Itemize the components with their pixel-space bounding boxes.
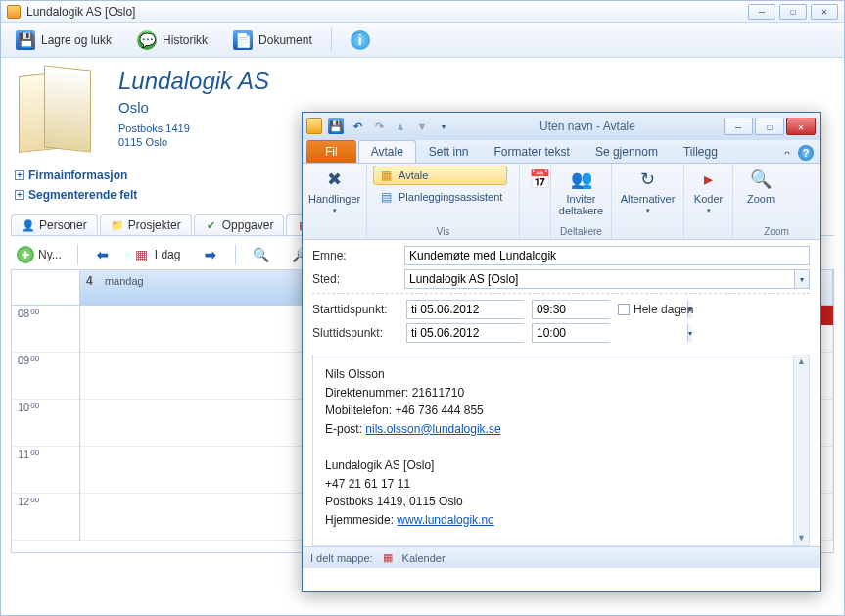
location-label: Sted: [312,272,399,286]
qat-next-item-button[interactable]: ▼ [414,118,430,134]
dialog-title: Uten navn - Avtale [451,119,724,133]
time-picker-button[interactable]: ▾ [687,324,692,342]
qat-redo-button[interactable]: ↷ [371,118,387,134]
start-label: Starttidspunkt: [312,303,399,316]
hour-label: 1200 [12,494,79,541]
separator [235,244,236,265]
handlinger-button[interactable]: ✖ Handlinger ▾ [308,166,360,214]
company-address: Postboks 1419 0115 Oslo [118,121,269,150]
maximize-button[interactable]: ☐ [779,4,807,20]
section-segmenterende-label: Segmenterende felt [28,188,137,202]
day-name: mandag [105,275,144,287]
save-and-close-button[interactable]: 💾 Lagre og lukk [9,26,118,54]
history-button[interactable]: 💬 Historikk [130,26,214,54]
subject-input[interactable] [404,246,810,265]
planning-assistant-button[interactable]: ▤ Planleggingsassistent [373,187,507,207]
recurrence-icon: ↻ [634,167,662,191]
appointment-body[interactable]: Nils Olsson Direktenummer: 21611710 Mobi… [312,355,810,546]
help-button[interactable]: ? [798,145,814,161]
avtale-view-button[interactable]: ▦ Avtale [373,166,507,185]
dialog-minimize-button[interactable]: — [724,118,753,135]
group-label: Deltakere [557,226,605,239]
calendar-options-button[interactable]: 📅 [526,166,553,191]
delete-icon: ✖ [321,167,349,191]
company-addr-line2: 0115 Oslo [118,135,269,149]
start-time-input[interactable]: ▾ [532,300,610,319]
ribbon-group-zoom: 🔍 Zoom Zoom [733,164,820,239]
section-firmainformasjon-label: Firmainformasjon [28,168,127,182]
company-line: Lundalogik AS [Oslo] [325,456,797,475]
dialog-close-button[interactable]: ✕ [786,118,816,135]
company-homepage-line: Hjemmeside: www.lundalogik.no [325,511,797,530]
tab-oppgaver[interactable]: ✔ Oppgaver [194,214,285,235]
qat-customize-button[interactable]: ▾ [436,118,451,134]
minimize-button[interactable]: — [748,4,775,20]
qat-save-button[interactable]: 💾 [328,118,344,134]
plus-circle-icon: + [17,246,34,263]
prev-button[interactable]: ⬅ [88,244,117,265]
today-button[interactable]: ▦ I dag [127,244,187,265]
dialog-maximize-button[interactable]: ☐ [755,118,784,135]
ribbon-group-anonymous: 📅 [520,164,551,239]
document-button[interactable]: 📄 Dokument [226,26,319,54]
end-time-field[interactable] [533,324,687,342]
arrow-right-icon: ➡ [202,246,219,263]
new-button[interactable]: + Ny... [11,244,68,265]
qat-undo-button[interactable]: ↶ [350,118,365,134]
magnifier-icon: 🔍 [747,167,775,191]
location-input[interactable] [404,269,794,289]
company-address: Postboks 1419, 0115 Oslo [325,493,797,511]
end-time-input[interactable]: ▾ [532,323,610,343]
separator [77,244,78,265]
tag-icon: ▸ [695,167,723,191]
day-number: 4 [86,274,93,288]
today-label: I dag [155,248,181,261]
info-button[interactable]: i [344,26,377,54]
zoom-button[interactable]: 🔍 Zoom [739,166,782,205]
people-icon: 👥 [568,167,595,191]
close-button[interactable]: ✕ [811,4,838,20]
qat-prev-item-button[interactable]: ▲ [393,118,408,134]
ribbon-tab-fil[interactable]: Fil [306,140,356,163]
koder-label: Koder [694,193,723,205]
dialog-titlebar: 💾 ↶ ↷ ▲ ▼ ▾ Uten navn - Avtale — ☐ ✕ [303,113,820,140]
tab-personer[interactable]: 👤 Personer [11,214,98,235]
tab-personer-label: Personer [39,218,87,232]
group-label [308,237,360,239]
koder-button[interactable]: ▸ Koder ▾ [690,166,727,214]
tab-oppgaver-label: Oppgaver [222,218,274,232]
document-icon: 📄 [233,30,253,50]
invite-attendees-button[interactable]: 👥 Inviter deltakere [557,166,605,216]
checkbox-icon [618,304,630,315]
shared-folder-value: Kalender [402,552,446,564]
group-label [618,237,678,239]
shared-folder-label: I delt mappe: [310,552,373,564]
ribbon-group-alternativer: ↻ Alternativer ▾ [612,164,684,239]
ribbon-tab-segjennom[interactable]: Se gjennom [583,140,671,163]
appointment-app-icon[interactable] [306,118,322,134]
ribbon-minimize-button[interactable]: ᴖ [784,148,790,159]
ribbon-tab-avtale[interactable]: Avtale [358,140,416,163]
save-icon: 💾 [16,30,35,50]
scroll-up-icon: ▲ [797,355,806,369]
zoom-in-button[interactable]: 🔍 [246,244,275,265]
next-button[interactable]: ➡ [196,244,225,265]
save-and-close-label: Lagre og lukk [41,33,112,47]
end-date-input[interactable]: ▾ [406,323,524,343]
homepage-link[interactable]: www.lundalogik.no [397,513,493,527]
document-label: Dokument [258,33,312,47]
ribbon-tab-settinn[interactable]: Sett inn [416,140,482,163]
ribbon-tab-tillegg[interactable]: Tillegg [671,140,730,163]
alternativer-button[interactable]: ↻ Alternativer ▾ [618,166,678,214]
tab-prosjekter[interactable]: 📁 Prosjekter [100,214,192,235]
appointment-form: Emne: Sted: ▾ Starttidspunkt: ▾ [303,240,820,351]
hour-label: 0800 [12,306,79,353]
all-day-checkbox[interactable]: Hele dagen [618,303,693,316]
group-label: Zoom [739,226,814,239]
scrollbar[interactable]: ▲▼ [793,355,809,545]
task-icon: ✔ [205,218,218,232]
email-link[interactable]: nils.olsson@lundalogik.se [365,422,500,436]
location-dropdown-button[interactable]: ▾ [794,269,810,289]
start-date-input[interactable]: ▾ [406,300,524,319]
ribbon-tab-formater[interactable]: Formater tekst [482,140,583,163]
